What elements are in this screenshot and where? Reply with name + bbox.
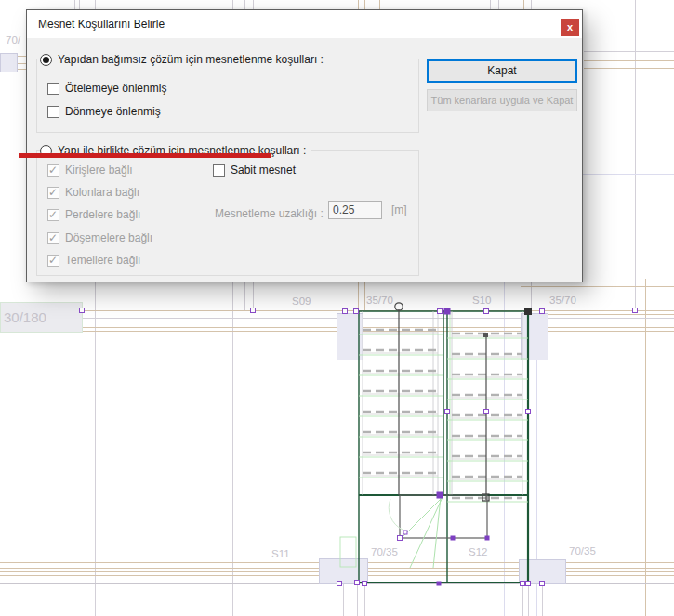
- plan-label: 70/35: [371, 546, 398, 557]
- plan-label: S10: [472, 295, 491, 306]
- checkbox-connected-to-columns: ✓ Kolonlara bağlı: [47, 185, 139, 200]
- close-dialog-button[interactable]: Kapat: [427, 59, 577, 83]
- checkbox-rotation-restrained[interactable]: ✓ Dönmeye önlenmiş: [47, 104, 161, 119]
- close-icon[interactable]: x: [561, 19, 579, 36]
- support-distance-input[interactable]: 0.25: [328, 201, 382, 219]
- radio-icon[interactable]: [40, 54, 52, 66]
- dialog-title: Mesnet Koşullarını Belirle: [38, 10, 165, 38]
- checkbox-connected-to-slabs: ✓ Döşemelere bağlı: [47, 230, 152, 245]
- plan-label: 35/70: [549, 295, 576, 306]
- plan-label: S12: [469, 546, 487, 557]
- checkbox-icon: ✓: [47, 164, 59, 177]
- checkbox-icon: ✓: [47, 187, 59, 199]
- checkbox-fixed-support[interactable]: ✓ Sabit mesnet: [213, 163, 296, 177]
- checkbox-icon[interactable]: ✓: [213, 164, 225, 177]
- checkbox-icon[interactable]: ✓: [47, 106, 59, 118]
- checkbox-icon: ✓: [47, 255, 59, 267]
- support-conditions-dialog: Mesnet Koşullarını Belirle x Yapıdan bağ…: [26, 9, 583, 282]
- checkbox-connected-to-beams: ✓ Kirişlere bağlı: [47, 163, 133, 177]
- group-independent-solution: [36, 59, 419, 133]
- checkbox-translation-restrained[interactable]: ✓ Ötelemeye önlenmiş: [47, 81, 166, 96]
- support-distance-label: Mesnetleme uzaklığı :: [215, 207, 313, 220]
- radio-independent-solution[interactable]: Yapıdan bağımsız çözüm için mesnetlenme …: [40, 52, 328, 67]
- dialog-titlebar[interactable]: Mesnet Koşullarını Belirle x: [27, 10, 582, 38]
- checkbox-connected-to-walls: ✓ Perdelere bağlı: [47, 207, 140, 222]
- walk-line-node: [483, 333, 488, 337]
- checkbox-connected-to-foundations: ✓ Temellere bağlı: [47, 253, 140, 268]
- support-distance-unit: [m]: [391, 203, 407, 216]
- plan-label: 30/180: [4, 309, 46, 325]
- stair-frame: [340, 311, 529, 583]
- plan-label: 70/35: [569, 545, 596, 557]
- checkbox-icon[interactable]: ✓: [47, 83, 59, 95]
- red-underline-annotation: [19, 153, 271, 158]
- apply-all-edges-button[interactable]: Tüm kenarlara uygula ve Kapat: [427, 89, 577, 111]
- plan-label: 35/70: [366, 295, 393, 306]
- plan-label: 70/: [6, 34, 21, 46]
- plan-label: S11: [271, 548, 290, 559]
- plan-label: S09: [292, 295, 311, 307]
- checkbox-icon: ✓: [47, 209, 59, 221]
- checkbox-icon: ✓: [47, 232, 59, 244]
